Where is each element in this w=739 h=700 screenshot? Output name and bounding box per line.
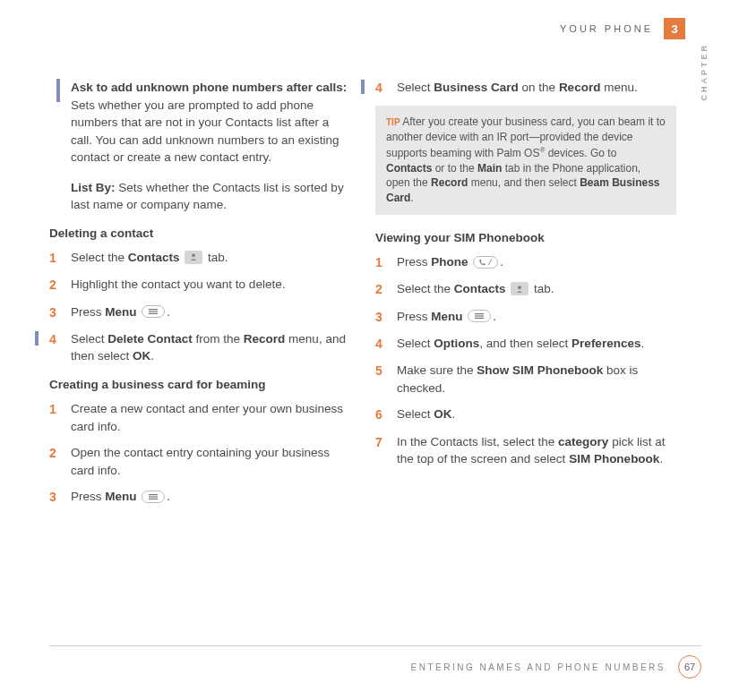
del-step-4: 4 Select Delete Contact from the Record … [49,330,350,365]
svg-rect-8 [475,313,484,314]
step-text: Press Phone . [397,253,676,271]
step-text: Select the Contacts tab. [71,249,350,267]
page-footer: ENTERING NAMES AND PHONE NUMBERS 67 [49,645,701,679]
svg-rect-9 [475,316,484,317]
svg-rect-2 [149,311,158,312]
sim-step-7: 7 In the Contacts list, select the categ… [375,433,676,468]
step-number: 4 [375,335,397,353]
right-column: 4 Select Business Card on the Record men… [375,79,676,516]
del-step-3: 3 Press Menu . [49,303,350,321]
step-number: 1 [375,253,397,271]
step-number: 4 [375,79,397,97]
sim-heading: Viewing your SIM Phonebook [375,231,676,244]
step-text: Create a new contact and enter your own … [71,400,350,435]
changebar-icon [56,79,60,102]
phone-icon [473,256,498,269]
step-number: 2 [49,276,71,294]
step-text: Make sure the Show SIM Phonebook box is … [397,362,676,397]
listby-bold: List By: [71,181,116,194]
changebar-icon [361,80,365,94]
changebar-icon [35,331,39,346]
svg-rect-5 [149,496,158,497]
step-number: 1 [49,249,71,267]
step-number: 3 [49,488,71,506]
step-number: 5 [375,362,397,380]
step-number: 6 [375,405,397,423]
ask-bold: Ask to add unknown phone numbers after c… [71,81,347,94]
sim-step-6: 6 Select OK. [375,405,676,423]
step-number: 2 [49,444,71,462]
step-text: Select the Contacts tab. [397,280,676,298]
svg-rect-10 [475,318,484,319]
sim-step-3: 3 Press Menu . [375,308,676,326]
sim-step-1: 1 Press Phone . [375,253,676,271]
chapter-label-vertical: CHAPTER [700,43,709,101]
biz-step-3: 3 Press Menu . [49,488,350,506]
deleting-heading: Deleting a contact [49,226,350,240]
biz-step-1: 1 Create a new contact and enter your ow… [49,400,350,435]
contacts-icon [511,282,528,295]
step-text: Select Options, and then select Preferen… [397,335,676,353]
step-text: Open the contact entry containing your b… [71,444,350,479]
header-title: YOUR PHONE [560,23,653,34]
biz-step-4: 4 Select Business Card on the Record men… [375,79,676,97]
chapter-number-badge: 3 [664,18,685,39]
left-column: Ask to add unknown phone numbers after c… [49,79,350,516]
step-text: Highlight the contact you want to delete… [71,276,350,294]
ask-para: Ask to add unknown phone numbers after c… [71,79,350,166]
step-text: Select Delete Contact from the Record me… [71,330,350,365]
biz-step-2: 2 Open the contact entry containing your… [49,444,350,479]
svg-rect-4 [149,494,158,495]
svg-rect-1 [149,309,158,310]
tip-box: TIP After you create your business card,… [375,106,676,215]
listby-para: List By: Sets whether the Contacts list … [71,179,350,214]
svg-rect-3 [149,313,158,314]
del-step-1: 1 Select the Contacts tab. [49,249,350,267]
menu-icon [468,310,491,322]
page-header: YOUR PHONE 3 [560,18,685,39]
del-step-2: 2 Highlight the contact you want to dele… [49,276,350,294]
footer-title: ENTERING NAMES AND PHONE NUMBERS [411,662,666,672]
content-area: Ask to add unknown phone numbers after c… [49,79,676,516]
step-number: 3 [49,303,71,321]
step-text: Select Business Card on the Record menu. [397,79,676,97]
step-text: Select OK. [397,405,676,423]
menu-icon [142,305,165,318]
svg-point-0 [192,254,195,258]
step-number: 2 [375,280,397,298]
step-text: Press Menu . [71,303,350,321]
sim-step-2: 2 Select the Contacts tab. [375,280,676,298]
step-text: In the Contacts list, select the categor… [397,433,676,468]
step-text: Press Menu . [71,488,350,506]
svg-rect-6 [149,498,158,499]
sim-step-4: 4 Select Options, and then select Prefer… [375,335,676,353]
tip-label: TIP [386,117,400,127]
step-text: Press Menu . [397,308,676,326]
ask-text: Sets whether you are prompted to add pho… [71,98,339,165]
step-number: 7 [375,433,397,451]
svg-point-7 [518,286,521,289]
step-number: 3 [375,308,397,326]
step-number: 4 [49,330,71,348]
bizcard-heading: Creating a business card for beaming [49,378,350,391]
menu-icon [142,491,165,503]
page-number: 67 [678,655,701,679]
contacts-icon [185,251,202,264]
sim-step-5: 5 Make sure the Show SIM Phonebook box i… [375,362,676,397]
step-number: 1 [49,400,71,418]
